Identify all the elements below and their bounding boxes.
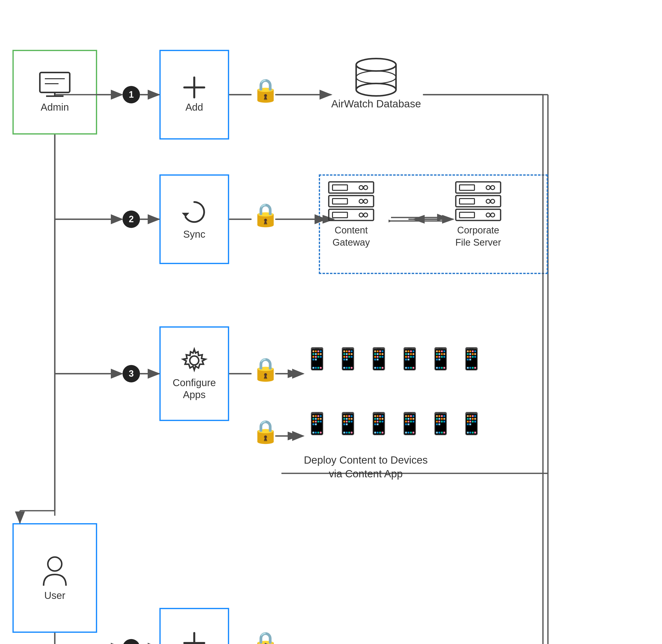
devices-row1: 📱 📱 📱 📱 📱 📱 xyxy=(304,346,485,371)
corporate-file-server: CorporateFile Server xyxy=(453,179,503,249)
admin-box: Admin xyxy=(13,50,97,135)
svg-point-71 xyxy=(486,199,490,203)
svg-point-43 xyxy=(356,59,396,71)
main-arrows xyxy=(0,0,662,644)
action2-label: Sync xyxy=(183,228,206,240)
bidir-arrow xyxy=(388,213,448,226)
content-gateway: ContentGateway xyxy=(326,179,376,249)
svg-rect-73 xyxy=(459,212,474,218)
svg-point-74 xyxy=(491,213,495,217)
svg-point-67 xyxy=(486,186,490,190)
device3: 📱 xyxy=(365,346,392,371)
airwatch-label: AirWatch Database xyxy=(331,97,421,111)
device1: 📱 xyxy=(304,346,330,371)
devices-row2: 📱 📱 📱 📱 📱 📱 xyxy=(304,411,485,436)
airwatch-db: AirWatch Database xyxy=(331,57,421,111)
add4-icon xyxy=(183,632,206,644)
action1-box: Add xyxy=(159,50,229,139)
device6: 📱 xyxy=(458,346,485,371)
svg-rect-72 xyxy=(456,209,501,221)
svg-marker-39 xyxy=(182,213,189,217)
step1-circle: 1 xyxy=(122,86,140,104)
svg-rect-56 xyxy=(329,209,374,221)
step2-circle: 2 xyxy=(122,210,140,228)
step4-circle: 4 xyxy=(122,639,140,644)
lock1-icon: 🔒 xyxy=(252,77,280,104)
user-label: User xyxy=(44,590,65,601)
user-box: User xyxy=(13,523,97,633)
user-icon xyxy=(42,555,67,587)
lock2-icon: 🔒 xyxy=(252,202,280,228)
svg-rect-64 xyxy=(456,182,501,193)
svg-point-54 xyxy=(364,199,368,203)
device7: 📱 xyxy=(304,411,330,436)
sync-icon xyxy=(181,198,208,226)
action2-box: Sync xyxy=(159,175,229,264)
device2: 📱 xyxy=(335,346,361,371)
action1-label: Add xyxy=(185,101,203,113)
lock5-icon: 🔒 xyxy=(252,630,280,644)
device12: 📱 xyxy=(458,411,485,436)
corporate-file-server-label: CorporateFile Server xyxy=(455,224,501,249)
device10: 📱 xyxy=(397,411,423,436)
device8: 📱 xyxy=(335,411,361,436)
action3-label: ConfigureApps xyxy=(172,377,216,400)
svg-rect-68 xyxy=(456,196,501,207)
action4-box: Add xyxy=(159,608,229,644)
svg-point-70 xyxy=(491,199,495,203)
database-icon xyxy=(351,57,401,97)
lock4-icon: 🔒 xyxy=(252,418,280,445)
svg-rect-52 xyxy=(329,196,374,207)
content-gateway-label: ContentGateway xyxy=(332,224,370,249)
svg-rect-49 xyxy=(332,185,348,190)
svg-point-50 xyxy=(364,186,368,190)
add1-icon xyxy=(183,76,206,99)
action3-box: ConfigureApps xyxy=(159,326,229,421)
step3-circle: 3 xyxy=(122,365,140,383)
svg-point-66 xyxy=(491,186,495,190)
svg-point-55 xyxy=(359,199,363,203)
svg-rect-53 xyxy=(332,199,348,204)
gear-icon xyxy=(181,347,208,374)
corporate-server-icon xyxy=(453,179,503,224)
lock3-icon: 🔒 xyxy=(252,356,280,383)
device4: 📱 xyxy=(397,346,423,371)
svg-point-58 xyxy=(364,213,368,217)
svg-point-75 xyxy=(486,213,490,217)
device11: 📱 xyxy=(427,411,454,436)
svg-rect-57 xyxy=(332,212,348,218)
arrows-layer xyxy=(0,0,662,644)
diagram: Admin User Add Sync Configu xyxy=(0,0,662,644)
svg-point-51 xyxy=(359,186,363,190)
admin-label: Admin xyxy=(41,101,69,113)
svg-rect-31 xyxy=(40,72,70,92)
svg-point-46 xyxy=(356,84,396,96)
deploy-label: Deploy Content to Devicesvia Content App xyxy=(304,454,428,481)
svg-rect-65 xyxy=(459,185,474,190)
svg-rect-69 xyxy=(459,199,474,204)
device5: 📱 xyxy=(427,346,454,371)
svg-rect-48 xyxy=(329,182,374,193)
monitor-icon xyxy=(39,71,71,99)
svg-point-47 xyxy=(356,71,396,84)
svg-point-59 xyxy=(359,213,363,217)
svg-point-40 xyxy=(190,356,199,365)
svg-point-36 xyxy=(48,557,62,571)
content-gateway-icon xyxy=(326,179,376,224)
device9: 📱 xyxy=(365,411,392,436)
